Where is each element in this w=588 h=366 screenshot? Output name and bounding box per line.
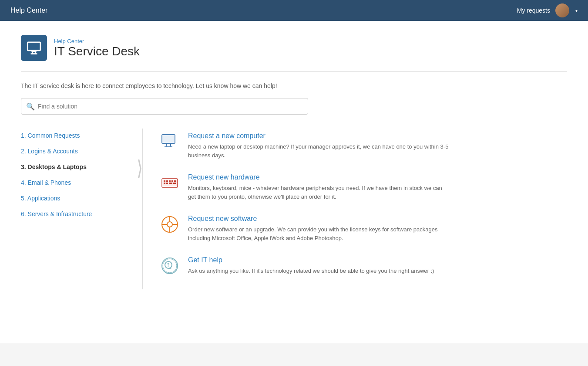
header: Help Center My requests ▾	[0, 0, 588, 21]
header-title: Help Center	[10, 7, 47, 14]
search-input[interactable]	[21, 98, 308, 115]
main-content: Help Center IT Service Desk The IT servi…	[0, 21, 588, 343]
computer-icon	[160, 132, 179, 151]
svg-rect-20	[164, 183, 165, 184]
sidebar: 1. Common Requests 2. Logins & Accounts …	[21, 129, 143, 289]
svg-rect-16	[166, 180, 168, 182]
brand-icon	[21, 35, 47, 61]
avatar[interactable]	[555, 3, 569, 17]
svg-rect-17	[169, 180, 171, 182]
sidebar-item-email-phones[interactable]: 4. Email & Phones	[21, 179, 132, 186]
service-title-computer[interactable]: Request a new computer	[188, 132, 449, 140]
brand-sub-title: Help Center	[54, 38, 140, 44]
svg-rect-15	[164, 180, 165, 182]
divider	[21, 71, 567, 72]
svg-rect-23	[173, 183, 176, 184]
software-icon	[160, 215, 179, 234]
help-icon: ?	[160, 256, 179, 275]
svg-rect-19	[174, 180, 176, 182]
brand-main-title: IT Service Desk	[54, 44, 140, 58]
service-title-help[interactable]: Get IT help	[188, 256, 434, 264]
service-item-hardware: Request new hardware Monitors, keyboard,…	[160, 173, 567, 201]
svg-rect-9	[162, 135, 175, 143]
monitor-icon	[26, 40, 42, 56]
my-requests-link[interactable]: My requests	[517, 7, 550, 14]
service-content-help: Get IT help Ask us anything you like. If…	[188, 256, 434, 275]
service-item-help: ? Get IT help Ask us anything you like. …	[160, 256, 567, 275]
svg-rect-21	[166, 183, 168, 184]
branding: Help Center IT Service Desk	[21, 35, 567, 61]
service-content-software: Request new software Order new software …	[188, 215, 449, 242]
svg-text:?: ?	[167, 263, 170, 268]
service-desc-software: Order new software or an upgrade. We can…	[188, 225, 449, 242]
sidebar-item-desktops-laptops[interactable]: 3. Desktops & Laptops	[21, 163, 132, 170]
service-content-hardware: Request new hardware Monitors, keyboard,…	[188, 173, 449, 201]
sidebar-item-applications[interactable]: 5. Applications	[21, 195, 132, 202]
chevron-down-icon[interactable]: ▾	[575, 8, 578, 13]
page-description: The IT service desk is here to connect e…	[21, 82, 567, 89]
sidebar-item-servers-infrastructure[interactable]: 6. Servers & Infrastructure	[21, 210, 132, 217]
search-container: 🔍	[21, 98, 308, 115]
hardware-icon	[160, 173, 179, 193]
service-content-computer: Request a new computer Need a new laptop…	[188, 132, 449, 159]
service-title-hardware[interactable]: Request new hardware	[188, 173, 449, 181]
svg-rect-3	[28, 43, 40, 50]
search-icon: 🔍	[26, 102, 35, 111]
sidebar-item-logins-accounts[interactable]: 2. Logins & Accounts	[21, 148, 132, 155]
svg-rect-18	[171, 180, 173, 182]
svg-rect-22	[169, 183, 172, 184]
service-title-software[interactable]: Request new software	[188, 215, 449, 223]
service-item-computer: Request a new computer Need a new laptop…	[160, 132, 567, 159]
header-right: My requests ▾	[517, 3, 578, 17]
main-panel: Request a new computer Need a new laptop…	[143, 129, 567, 289]
avatar-image	[555, 3, 569, 17]
svg-point-25	[167, 222, 172, 227]
service-desc-help: Ask us anything you like. If it's techno…	[188, 267, 434, 275]
service-desc-computer: Need a new laptop or desktop machine? If…	[188, 142, 449, 159]
svg-point-30	[162, 258, 178, 274]
brand-text: Help Center IT Service Desk	[54, 38, 140, 58]
service-item-software: Request new software Order new software …	[160, 215, 567, 242]
content-area: 1. Common Requests 2. Logins & Accounts …	[21, 129, 567, 289]
sidebar-item-common-requests[interactable]: 1. Common Requests	[21, 132, 132, 139]
service-desc-hardware: Monitors, keyboard, mice - whatever hard…	[188, 184, 449, 201]
